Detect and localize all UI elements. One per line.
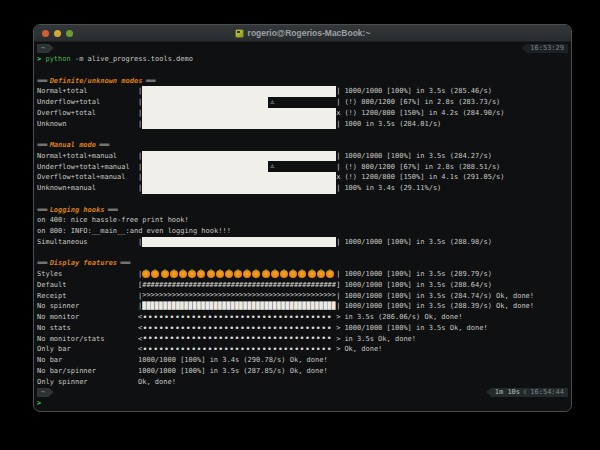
bar-track: ••••••••••••••••••••••••••••••••••• — [142, 344, 336, 355]
bar-fill-chars: ▉▉▉▉▉▉▉▉▉▉▉▉▉▉▉▉▉▉▉▉▉▉▉▉▉▉▉▉▉▉▉▉▉▉▉▉▉▉▉▉… — [142, 301, 336, 312]
pumpkin-icon — [262, 270, 270, 278]
close-button[interactable] — [42, 30, 49, 37]
demo-section: ===Display features===Styles||1000/1000 … — [37, 258, 568, 387]
row-stats: 1000/1000 [100%] in 3.4s (290.78/s) Ok, … — [138, 356, 328, 364]
section-title: Logging hooks — [47, 206, 108, 214]
bar-fill-chars: ••••••••••••••••••••••••••••••••••• — [142, 333, 332, 344]
bar-close-char: > — [336, 345, 340, 353]
command-duration: 1m 10s — [495, 388, 520, 396]
pumpkin-icon — [243, 270, 251, 278]
window-title: rogerio@Rogerios-MacBook:~ — [248, 28, 371, 38]
row-label: Overflow+total — [37, 109, 138, 117]
pumpkin-icon — [225, 270, 233, 278]
final-prompt-line[interactable]: > — [37, 398, 568, 409]
row-stats: 1000/1000 [100%] in 3.5s (288.64/s) — [344, 281, 492, 289]
progress-row: Only bar<•••••••••••••••••••••••••••••••… — [37, 344, 568, 355]
row-label: Styles — [37, 270, 138, 278]
top-status-line: ~ 16:53:29 — [37, 43, 568, 54]
log-line: on 400: nice hassle-free print hook! — [37, 215, 568, 226]
progress-row: No bar1000/1000 [100%] in 3.4s (290.78/s… — [37, 355, 568, 366]
bar-track — [142, 172, 336, 183]
powerline-arrow-icon — [49, 388, 54, 396]
pumpkin-icon — [234, 270, 242, 278]
traffic-lights — [42, 25, 73, 41]
window-title-bar[interactable]: rogerio@Rogerios-MacBook:~ — [34, 25, 571, 42]
bar-close-char: | — [336, 87, 340, 95]
powerline-arrow-icon — [49, 44, 54, 52]
progress-bar: || — [138, 237, 340, 248]
row-stats: (!) 800/1200 [67%] in 2.8s (288.51/s) — [344, 163, 500, 171]
bar-close-char: | — [336, 302, 340, 310]
row-label: Normal+total — [37, 87, 138, 95]
pumpkin-icon — [252, 270, 260, 278]
row-label: Default — [37, 281, 138, 289]
clock-badge: 16:53:29 — [521, 44, 568, 53]
progress-bar: |⚠| — [138, 161, 340, 172]
bar-fill-chars: ########################################… — [142, 280, 336, 291]
progress-row: Overflow+total|x(!) 1200/800 [150%] in 4… — [37, 108, 568, 119]
row-label: Overflow+total+manual — [37, 173, 138, 181]
bar-fill-chars: ••••••••••••••••••••••••••••••••••• — [142, 344, 332, 355]
bar-close-char: > — [336, 313, 340, 321]
bar-fill-chars: ••••••••••••••••••••••••••••••••••• — [142, 312, 332, 323]
progress-bar: || — [138, 269, 340, 280]
terminal-doc-icon — [235, 29, 244, 38]
row-stats: 1000/1000 [100%] in 3.5s (284.74/s) Ok, … — [344, 292, 534, 300]
row-stats: (!) 1200/800 [150%] in 4.2s (284.90/s) — [344, 109, 504, 117]
section-rule: === — [37, 77, 47, 85]
bar-track — [142, 118, 336, 129]
progress-row: No monitor<•••••••••••••••••••••••••••••… — [37, 312, 568, 323]
pumpkin-icon — [188, 270, 196, 278]
bar-track: ••••••••••••••••••••••••••••••••••• — [142, 312, 336, 323]
row-label: Underflow+total+manual — [37, 163, 138, 171]
pumpkin-icon — [280, 270, 288, 278]
row-stats: 1000/1000 [100%] in 3.5s Ok, done! — [344, 324, 487, 332]
bar-fill — [142, 183, 336, 194]
progress-bar: |▉▉▉▉▉▉▉▉▉▉▉▉▉▉▉▉▉▉▉▉▉▉▉▉▉▉▉▉▉▉▉▉▉▉▉▉▉▉▉… — [138, 301, 340, 312]
pumpkin-icon — [207, 270, 215, 278]
progress-row: Underflow+total|⚠|(!) 800/1200 [67%] in … — [37, 97, 568, 108]
row-stats: (!) 1200/800 [150%] in 4.1s (291.05/s) — [344, 173, 504, 181]
progress-bar: <•••••••••••••••••••••••••••••••••••> — [138, 312, 340, 323]
row-stats: 1000/1000 [100%] in 3.5s (287.85/s) Ok, … — [138, 367, 328, 375]
bar-track — [142, 108, 336, 119]
row-stats: 1000 in 3.5s (284.01/s) — [344, 120, 441, 128]
row-stats: Ok, done! — [344, 345, 382, 353]
demo-section: ===Definite/unknown modes===Normal+total… — [37, 75, 568, 129]
row-label: No bar/spinner — [37, 367, 138, 375]
command-program: python — [45, 55, 70, 63]
bar-close-char: | — [336, 292, 340, 300]
bar-fill-chars: >>>>>>>>>>>>>>>>>>>>>>>>>>>>>>>>>>>>>>>>… — [142, 290, 336, 301]
section-rule: === — [99, 141, 109, 149]
bar-close-char: | — [336, 184, 340, 192]
bar-close-char: | — [336, 120, 340, 128]
row-stats: 1000/1000 [100%] in 3.5s (289.79/s) — [344, 270, 492, 278]
zoom-button[interactable] — [66, 30, 73, 37]
bar-fill — [142, 118, 336, 129]
minimize-button[interactable] — [54, 30, 61, 37]
progress-row: No bar/spinner1000/1000 [100%] in 3.5s (… — [37, 366, 568, 377]
row-stats: in 3.5s Ok, done! — [344, 335, 416, 343]
section-title: Manual mode — [47, 141, 99, 149]
terminal-body[interactable]: ~ 16:53:29 > python -m alive_progress.to… — [34, 42, 571, 412]
row-label: No spinner — [37, 302, 138, 310]
section-title: Display features — [47, 259, 120, 267]
progress-bar: || — [138, 86, 340, 97]
row-label: No monitor — [37, 313, 138, 321]
pumpkin-icon — [161, 270, 169, 278]
bar-close-char: ] — [336, 281, 340, 289]
bar-fill — [142, 86, 336, 97]
progress-bar: |x — [138, 172, 340, 183]
bar-track: ⚠ — [142, 161, 336, 172]
pumpkin-icon — [151, 270, 159, 278]
bar-track — [142, 237, 336, 248]
bar-fill — [142, 151, 336, 162]
progress-row: Styles||1000/1000 [100%] in 3.5s (289.79… — [37, 269, 568, 280]
section-header: ===Manual mode=== — [37, 140, 568, 151]
sections: ===Definite/unknown modes===Normal+total… — [37, 75, 568, 387]
cwd-badge: ~ — [37, 388, 54, 397]
bar-close-char: > — [336, 335, 340, 343]
progress-bar: |x — [138, 108, 340, 119]
bar-close-char: | — [336, 163, 340, 171]
progress-bar: [#######################################… — [138, 280, 340, 291]
